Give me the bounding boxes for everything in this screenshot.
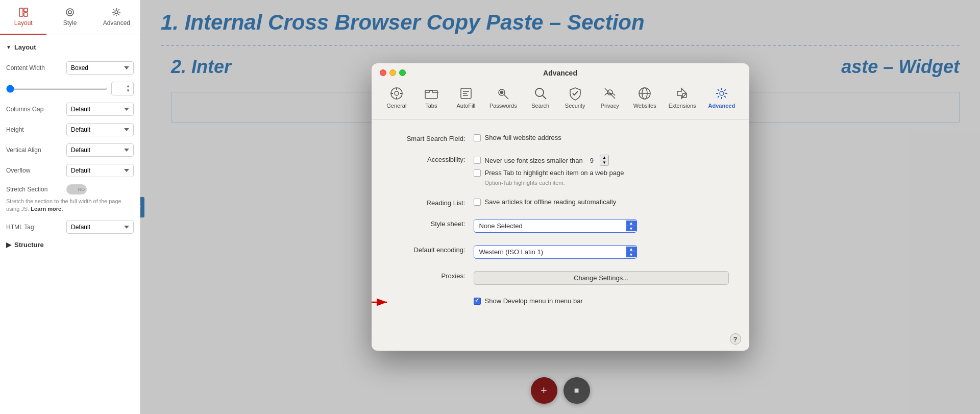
pref-btn-passwords[interactable]: Passwords — [484, 82, 522, 113]
slider-value-box: ▲ ▼ — [111, 82, 134, 95]
pref-btn-websites[interactable]: Websites — [628, 82, 662, 113]
tab-layout[interactable]: Layout — [0, 0, 46, 35]
save-articles-row: Save articles for offline reading automa… — [474, 198, 729, 206]
overflow-select[interactable]: Default — [66, 164, 134, 177]
develop-menu-row: Show Develop menu in menu bar — [392, 297, 729, 305]
accessibility-hint: Option-Tab highlights each item. — [485, 180, 729, 186]
style-sheet-down[interactable]: ▼ — [626, 226, 636, 231]
accessibility-content: Never use font sizes smaller than 9 ▲ ▼ … — [474, 155, 729, 186]
vertical-align-select[interactable]: Default — [66, 143, 134, 157]
default-encoding-label: Default encoding: — [392, 245, 474, 254]
pref-btn-search[interactable]: Search — [524, 82, 557, 113]
pref-btn-privacy[interactable]: Privacy — [594, 82, 626, 113]
sidebar: Layout Style Advanced ▼ Layout — [0, 0, 140, 414]
height-select[interactable]: Default — [66, 123, 134, 136]
tab-advanced[interactable]: Advanced — [93, 0, 140, 35]
maximize-button[interactable] — [399, 69, 406, 76]
pref-btn-autofill[interactable]: AutoFill — [450, 82, 482, 113]
show-full-address-checkbox[interactable] — [474, 134, 481, 141]
svg-rect-2 — [24, 13, 28, 16]
font-size-down[interactable]: ▼ — [600, 160, 608, 165]
default-encoding-down[interactable]: ▼ — [626, 252, 636, 257]
sidebar-tabs: Layout Style Advanced — [0, 0, 140, 35]
show-develop-checkbox[interactable] — [474, 298, 481, 305]
editor-background: Layout Style Advanced ▼ Layout — [0, 0, 980, 414]
traffic-lights — [380, 69, 406, 76]
style-sheet-select-wrapper: None Selected ▲ ▼ — [474, 219, 637, 233]
stretch-help-text: Stretch the section to the full width of… — [6, 198, 134, 213]
font-size-up[interactable]: ▲ — [600, 155, 608, 160]
default-encoding-value: Western (ISO Latin 1) — [474, 246, 626, 258]
proxies-label: Proxies: — [392, 271, 474, 280]
reading-list-label: Reading List: — [392, 198, 474, 207]
show-develop-row: Show Develop menu in menu bar — [474, 297, 729, 305]
svg-point-7 — [395, 91, 399, 95]
style-sheet-value: None Selected — [474, 220, 626, 232]
pref-btn-tabs[interactable]: Tabs — [415, 82, 448, 113]
structure-arrow-icon: ▶ — [6, 241, 11, 249]
show-full-address-row: Show full website address — [474, 134, 729, 141]
develop-menu-content: Show Develop menu in menu bar — [474, 297, 729, 305]
help-button[interactable]: ? — [730, 333, 741, 345]
svg-rect-0 — [19, 8, 23, 16]
reading-list-row: Reading List: Save articles for offline … — [392, 198, 729, 207]
learn-more-link[interactable]: Learn more. — [31, 206, 63, 212]
columns-gap-row: Columns Gap Default — [6, 103, 134, 116]
width-slider[interactable] — [6, 88, 107, 90]
prefs-toolbar: General Tabs — [372, 80, 749, 119]
smart-search-row: Smart Search Field: Show full website ad… — [392, 134, 729, 142]
style-sheet-label: Style sheet: — [392, 219, 474, 228]
default-encoding-content: Western (ISO Latin 1) ▲ ▼ — [474, 245, 729, 259]
style-sheet-row: Style sheet: None Selected ▲ ▼ — [392, 219, 729, 233]
html-tag-row: HTML Tag Default — [6, 221, 134, 234]
columns-gap-select[interactable]: Default — [66, 103, 134, 116]
close-button[interactable] — [380, 69, 386, 76]
height-row: Height Default — [6, 123, 134, 136]
prefs-titlebar: Advanced — [372, 63, 749, 80]
pref-btn-extensions[interactable]: Extensions — [664, 82, 701, 113]
sidebar-content: ▼ Layout Content Width Boxed ▲ ▼ — [0, 35, 140, 255]
tab-style[interactable]: Style — [46, 0, 93, 35]
smart-search-label: Smart Search Field: — [392, 134, 474, 142]
smart-search-content: Show full website address — [474, 134, 729, 141]
section-arrow-icon: ▼ — [6, 44, 11, 50]
stretch-section-row: Stretch Section NO — [6, 184, 134, 194]
accessibility-label: Accessibility: — [392, 155, 474, 163]
default-encoding-row: Default encoding: Western (ISO Latin 1) … — [392, 245, 729, 259]
pref-btn-advanced[interactable]: Advanced — [703, 82, 741, 113]
change-settings-button[interactable]: Change Settings... — [474, 271, 729, 285]
style-sheet-up[interactable]: ▲ — [626, 221, 636, 226]
pref-btn-general[interactable]: General — [380, 82, 413, 113]
proxies-content: Change Settings... — [474, 271, 729, 285]
default-encoding-stepper: ▲ ▼ — [626, 247, 636, 257]
layout-section-header: ▼ Layout — [6, 41, 134, 53]
svg-rect-8 — [425, 90, 437, 99]
reading-list-content: Save articles for offline reading automa… — [474, 198, 729, 206]
default-encoding-up[interactable]: ▲ — [626, 247, 636, 252]
prefs-dialog: Advanced General — [372, 63, 749, 351]
prefs-footer: ? — [372, 329, 749, 351]
modal-overlay: Advanced General — [140, 0, 980, 414]
svg-rect-1 — [24, 8, 28, 12]
font-size-stepper[interactable]: ▲ ▼ — [600, 155, 609, 166]
html-tag-select[interactable]: Default — [66, 221, 134, 234]
font-size-row: Never use font sizes smaller than 9 ▲ ▼ — [474, 155, 729, 166]
stretch-toggle[interactable]: NO — [66, 184, 87, 194]
content-width-select[interactable]: Boxed — [66, 61, 134, 75]
content-width-row: Content Width Boxed — [6, 61, 134, 75]
dialog-title: Advanced — [543, 69, 577, 77]
never-smaller-checkbox[interactable] — [474, 157, 481, 164]
minimize-button[interactable] — [389, 69, 396, 76]
develop-menu-label-empty — [392, 297, 474, 298]
proxies-row: Proxies: Change Settings... — [392, 271, 729, 285]
save-articles-checkbox[interactable] — [474, 199, 481, 206]
svg-point-13 — [607, 90, 612, 95]
vertical-align-row: Vertical Align Default — [6, 143, 134, 157]
press-tab-checkbox[interactable] — [474, 169, 481, 177]
svg-point-11 — [500, 91, 503, 94]
pref-btn-security[interactable]: Security — [559, 82, 592, 113]
svg-point-18 — [720, 91, 724, 95]
overflow-row: Overflow Default — [6, 164, 134, 177]
arrow-indicator-svg — [372, 297, 392, 307]
svg-point-4 — [68, 11, 71, 14]
